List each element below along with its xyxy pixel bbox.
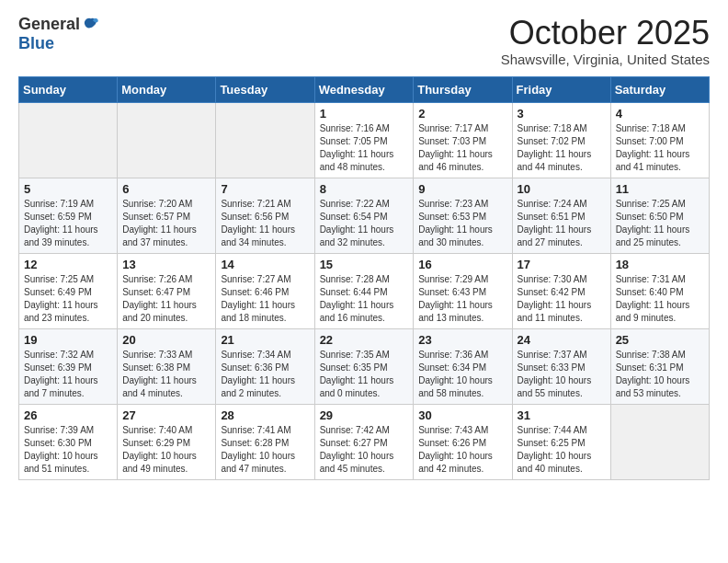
day-info: Sunrise: 7:27 AM Sunset: 6:46 PM Dayligh…: [221, 273, 309, 325]
logo: General Blue: [18, 15, 100, 53]
location-subtitle: Shawsville, Virginia, United States: [501, 52, 710, 67]
calendar-cell: 11Sunrise: 7:25 AM Sunset: 6:50 PM Dayli…: [610, 178, 709, 253]
day-number: 25: [616, 333, 704, 347]
day-info: Sunrise: 7:22 AM Sunset: 6:54 PM Dayligh…: [320, 198, 409, 249]
calendar-cell: 13Sunrise: 7:26 AM Sunset: 6:47 PM Dayli…: [118, 253, 216, 328]
day-number: 4: [616, 107, 704, 121]
day-info: Sunrise: 7:20 AM Sunset: 6:57 PM Dayligh…: [122, 198, 210, 249]
day-info: Sunrise: 7:43 AM Sunset: 6:26 PM Dayligh…: [418, 424, 506, 476]
calendar-cell: [216, 102, 314, 178]
day-info: Sunrise: 7:17 AM Sunset: 7:03 PM Dayligh…: [418, 122, 506, 174]
calendar-cell: 6Sunrise: 7:20 AM Sunset: 6:57 PM Daylig…: [118, 178, 216, 253]
day-number: 28: [221, 408, 309, 422]
day-info: Sunrise: 7:41 AM Sunset: 6:28 PM Dayligh…: [221, 424, 309, 476]
calendar-cell: 19Sunrise: 7:32 AM Sunset: 6:39 PM Dayli…: [19, 328, 118, 404]
day-of-week-header: Wednesday: [314, 76, 414, 102]
day-number: 6: [122, 182, 210, 196]
day-info: Sunrise: 7:26 AM Sunset: 6:47 PM Dayligh…: [122, 273, 210, 325]
day-number: 7: [221, 182, 309, 196]
day-number: 5: [24, 182, 112, 196]
day-number: 9: [418, 182, 506, 196]
day-number: 10: [518, 182, 606, 196]
day-of-week-header: Monday: [118, 76, 216, 102]
calendar-cell: 24Sunrise: 7:37 AM Sunset: 6:33 PM Dayli…: [512, 328, 610, 404]
calendar-cell: 1Sunrise: 7:16 AM Sunset: 7:05 PM Daylig…: [314, 102, 414, 178]
day-number: 15: [320, 258, 409, 271]
calendar-cell: 7Sunrise: 7:21 AM Sunset: 6:56 PM Daylig…: [216, 178, 314, 253]
day-number: 23: [418, 333, 506, 347]
day-of-week-header: Thursday: [414, 76, 512, 102]
calendar-cell: 4Sunrise: 7:18 AM Sunset: 7:00 PM Daylig…: [610, 102, 709, 178]
day-info: Sunrise: 7:44 AM Sunset: 6:25 PM Dayligh…: [518, 424, 606, 476]
calendar-cell: 12Sunrise: 7:25 AM Sunset: 6:49 PM Dayli…: [19, 253, 118, 328]
calendar-cell: 20Sunrise: 7:33 AM Sunset: 6:38 PM Dayli…: [118, 328, 216, 404]
calendar-week-row: 19Sunrise: 7:32 AM Sunset: 6:39 PM Dayli…: [19, 328, 710, 404]
day-info: Sunrise: 7:24 AM Sunset: 6:51 PM Dayligh…: [518, 198, 606, 249]
calendar-table: SundayMondayTuesdayWednesdayThursdayFrid…: [18, 76, 710, 480]
day-info: Sunrise: 7:25 AM Sunset: 6:50 PM Dayligh…: [616, 198, 704, 249]
day-info: Sunrise: 7:25 AM Sunset: 6:49 PM Dayligh…: [24, 273, 112, 325]
day-number: 12: [24, 258, 112, 271]
calendar-cell: 2Sunrise: 7:17 AM Sunset: 7:03 PM Daylig…: [414, 102, 512, 178]
calendar-cell: 15Sunrise: 7:28 AM Sunset: 6:44 PM Dayli…: [314, 253, 414, 328]
day-info: Sunrise: 7:18 AM Sunset: 7:00 PM Dayligh…: [616, 122, 704, 174]
calendar-cell: 16Sunrise: 7:29 AM Sunset: 6:43 PM Dayli…: [414, 253, 512, 328]
calendar-page: General Blue October 2025 Shawsville, Vi…: [0, 0, 728, 563]
day-info: Sunrise: 7:37 AM Sunset: 6:33 PM Dayligh…: [518, 349, 606, 400]
day-info: Sunrise: 7:32 AM Sunset: 6:39 PM Dayligh…: [24, 349, 112, 400]
day-number: 18: [616, 258, 704, 271]
page-header: General Blue October 2025 Shawsville, Vi…: [18, 15, 710, 67]
calendar-cell: [118, 102, 216, 178]
day-info: Sunrise: 7:23 AM Sunset: 6:53 PM Dayligh…: [418, 198, 506, 249]
day-number: 16: [418, 258, 506, 271]
calendar-cell: 29Sunrise: 7:42 AM Sunset: 6:27 PM Dayli…: [314, 404, 414, 479]
day-number: 13: [122, 258, 210, 271]
calendar-week-row: 5Sunrise: 7:19 AM Sunset: 6:59 PM Daylig…: [19, 178, 710, 253]
calendar-cell: 9Sunrise: 7:23 AM Sunset: 6:53 PM Daylig…: [414, 178, 512, 253]
calendar-cell: 31Sunrise: 7:44 AM Sunset: 6:25 PM Dayli…: [512, 404, 610, 479]
day-info: Sunrise: 7:34 AM Sunset: 6:36 PM Dayligh…: [221, 349, 309, 400]
calendar-cell: 8Sunrise: 7:22 AM Sunset: 6:54 PM Daylig…: [314, 178, 414, 253]
day-number: 3: [518, 107, 606, 121]
day-info: Sunrise: 7:31 AM Sunset: 6:40 PM Dayligh…: [616, 273, 704, 325]
calendar-cell: 5Sunrise: 7:19 AM Sunset: 6:59 PM Daylig…: [19, 178, 118, 253]
day-number: 27: [122, 408, 210, 422]
calendar-cell: 27Sunrise: 7:40 AM Sunset: 6:29 PM Dayli…: [118, 404, 216, 479]
calendar-cell: 23Sunrise: 7:36 AM Sunset: 6:34 PM Dayli…: [414, 328, 512, 404]
calendar-cell: 18Sunrise: 7:31 AM Sunset: 6:40 PM Dayli…: [610, 253, 709, 328]
day-info: Sunrise: 7:39 AM Sunset: 6:30 PM Dayligh…: [24, 424, 112, 476]
logo-bird-icon: [82, 16, 100, 34]
day-info: Sunrise: 7:16 AM Sunset: 7:05 PM Dayligh…: [320, 122, 409, 174]
day-info: Sunrise: 7:29 AM Sunset: 6:43 PM Dayligh…: [418, 273, 506, 325]
day-number: 14: [221, 258, 309, 271]
logo-blue: Blue: [18, 34, 54, 53]
day-number: 2: [418, 107, 506, 121]
calendar-cell: 14Sunrise: 7:27 AM Sunset: 6:46 PM Dayli…: [216, 253, 314, 328]
day-info: Sunrise: 7:40 AM Sunset: 6:29 PM Dayligh…: [122, 424, 210, 476]
day-info: Sunrise: 7:30 AM Sunset: 6:42 PM Dayligh…: [518, 273, 606, 325]
day-of-week-header: Saturday: [610, 76, 709, 102]
calendar-cell: 3Sunrise: 7:18 AM Sunset: 7:02 PM Daylig…: [512, 102, 610, 178]
calendar-cell: 22Sunrise: 7:35 AM Sunset: 6:35 PM Dayli…: [314, 328, 414, 404]
calendar-cell: [610, 404, 709, 479]
day-number: 26: [24, 408, 112, 422]
calendar-cell: 17Sunrise: 7:30 AM Sunset: 6:42 PM Dayli…: [512, 253, 610, 328]
day-info: Sunrise: 7:18 AM Sunset: 7:02 PM Dayligh…: [518, 122, 606, 174]
calendar-header-row: SundayMondayTuesdayWednesdayThursdayFrid…: [19, 76, 710, 102]
calendar-cell: 10Sunrise: 7:24 AM Sunset: 6:51 PM Dayli…: [512, 178, 610, 253]
day-number: 19: [24, 333, 112, 347]
day-of-week-header: Sunday: [19, 76, 118, 102]
day-of-week-header: Tuesday: [216, 76, 314, 102]
logo-general: General: [18, 15, 80, 34]
day-info: Sunrise: 7:28 AM Sunset: 6:44 PM Dayligh…: [320, 273, 409, 325]
calendar-cell: 30Sunrise: 7:43 AM Sunset: 6:26 PM Dayli…: [414, 404, 512, 479]
day-of-week-header: Friday: [512, 76, 610, 102]
day-number: 22: [320, 333, 409, 347]
day-number: 29: [320, 408, 409, 422]
day-info: Sunrise: 7:33 AM Sunset: 6:38 PM Dayligh…: [122, 349, 210, 400]
calendar-cell: 21Sunrise: 7:34 AM Sunset: 6:36 PM Dayli…: [216, 328, 314, 404]
day-info: Sunrise: 7:38 AM Sunset: 6:31 PM Dayligh…: [616, 349, 704, 400]
day-number: 1: [320, 107, 409, 121]
day-number: 11: [616, 182, 704, 196]
day-number: 17: [518, 258, 606, 271]
